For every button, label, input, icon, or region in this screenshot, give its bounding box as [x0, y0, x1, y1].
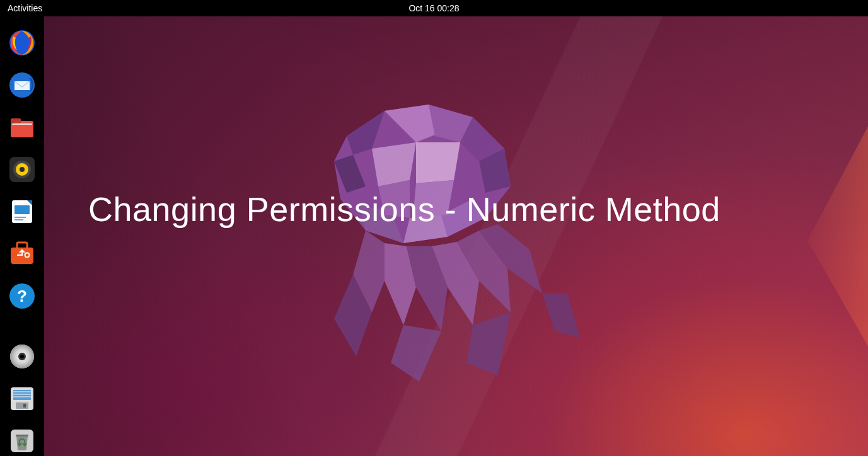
svg-point-21 — [20, 355, 24, 358]
dock-disc-icon[interactable] — [7, 342, 37, 372]
svg-rect-12 — [14, 217, 26, 218]
svg-text:?: ? — [17, 287, 27, 305]
svg-rect-13 — [14, 219, 23, 220]
svg-marker-40 — [372, 142, 416, 186]
svg-marker-51 — [391, 325, 441, 382]
clock[interactable]: Oct 16 00:28 — [408, 3, 459, 13]
svg-rect-27 — [16, 402, 28, 409]
svg-marker-41 — [416, 142, 460, 183]
svg-rect-28 — [23, 404, 26, 408]
dock-save-icon[interactable] — [7, 384, 37, 414]
dock-files-icon[interactable] — [7, 112, 37, 142]
svg-rect-3 — [11, 118, 21, 123]
svg-rect-25 — [13, 394, 31, 395]
svg-rect-5 — [11, 125, 33, 137]
desktop[interactable]: Changing Permissions - Numeric Method — [44, 16, 868, 456]
dock-trash-icon[interactable] — [7, 426, 37, 456]
dock-firefox-icon[interactable] — [7, 28, 37, 57]
dock: ? — [0, 16, 44, 456]
jellyfish-wallpaper-graphic — [258, 92, 611, 394]
svg-marker-53 — [542, 294, 580, 338]
overlay-title-text: Changing Permissions - Numeric Method — [88, 190, 843, 229]
svg-rect-24 — [13, 391, 31, 392]
workspace: ? — [0, 16, 868, 456]
svg-point-9 — [20, 167, 25, 172]
svg-rect-26 — [13, 396, 31, 397]
svg-rect-11 — [14, 205, 30, 214]
dock-libreoffice-writer-icon[interactable] — [7, 197, 37, 226]
dock-help-icon[interactable]: ? — [7, 281, 37, 311]
top-bar: Activities Oct 16 00:28 — [0, 0, 868, 16]
dock-thunderbird-icon[interactable] — [7, 70, 37, 100]
activities-button[interactable]: Activities — [8, 3, 42, 13]
dock-rhythmbox-icon[interactable] — [7, 154, 37, 184]
dock-ubuntu-software-icon[interactable] — [7, 239, 37, 268]
